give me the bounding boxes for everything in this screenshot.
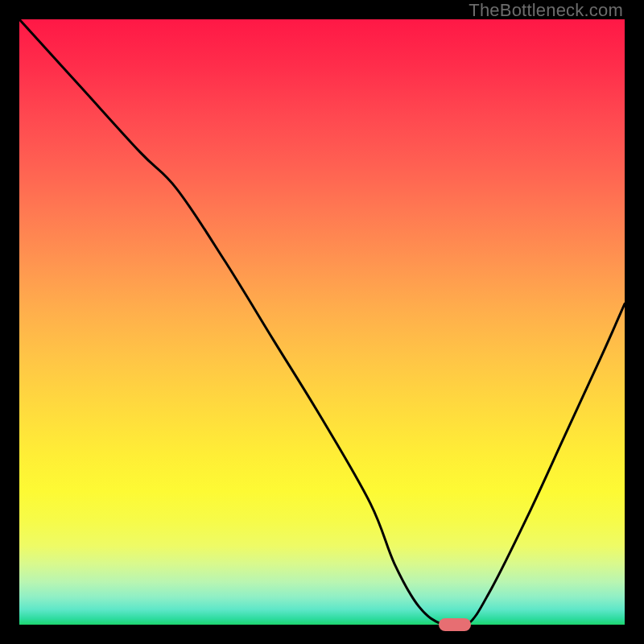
watermark-text: TheBottleneck.com [469,0,623,21]
optimal-point-marker [439,618,471,631]
chart-frame [19,19,625,625]
chart-background-gradient [19,19,625,625]
chart-plot-area [19,19,625,625]
